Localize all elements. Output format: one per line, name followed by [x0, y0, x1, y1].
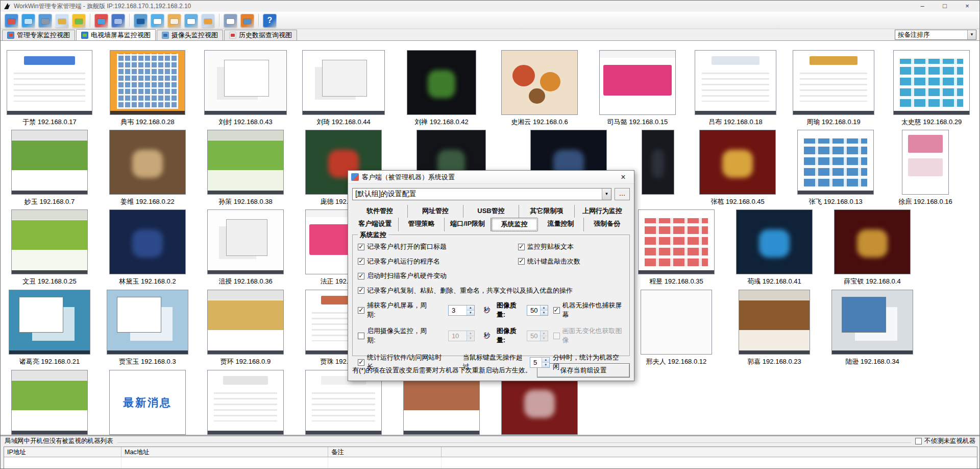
sort-order-dropdown[interactable]: 按备注排序 ▼: [895, 30, 976, 40]
machine-thumbnail[interactable]: [797, 130, 874, 195]
dialog-tab[interactable]: 管理策略: [399, 218, 445, 231]
table-header-mac[interactable]: Mac地址: [121, 447, 328, 457]
machine-thumbnail[interactable]: [11, 209, 88, 274]
machine-thumbnail[interactable]: [107, 290, 188, 355]
machine-thumbnail[interactable]: [407, 50, 476, 115]
machine-thumbnail[interactable]: [831, 290, 913, 355]
spin-up-icon[interactable]: ▲: [542, 358, 549, 363]
browse-groups-button[interactable]: …: [615, 188, 630, 200]
machine-thumbnail[interactable]: [207, 370, 284, 435]
minimize-button[interactable]: –: [911, 1, 934, 12]
view-tab[interactable]: 历史数据查询视图: [224, 30, 297, 40]
machine-thumbnail[interactable]: [7, 50, 92, 115]
close-button[interactable]: ×: [956, 1, 978, 12]
spin-down-icon[interactable]: ▼: [541, 311, 548, 315]
user-report-icon[interactable]: [240, 14, 254, 28]
dialog-tab[interactable]: 其它限制项: [519, 205, 575, 218]
spin-down-icon[interactable]: ▼: [542, 363, 549, 367]
machine-thumbnail[interactable]: [642, 130, 674, 195]
machine-thumbnail[interactable]: [207, 290, 284, 355]
machine-thumbnail[interactable]: [204, 50, 287, 115]
checkbox-box[interactable]: [358, 273, 364, 279]
dialog-tab[interactable]: 系统监控: [491, 218, 538, 231]
screen-wall-icon[interactable]: [134, 14, 148, 28]
dialog-tab[interactable]: USB管控: [463, 205, 519, 218]
spin-down-icon[interactable]: ▼: [467, 311, 474, 315]
view-tab[interactable]: 电视墙屏幕监控视图: [76, 29, 156, 40]
screen-capture-checkbox[interactable]: 捕获客户机屏幕，周期:: [358, 301, 431, 319]
monitor-option-checkbox[interactable]: 监控剪贴板文本: [518, 242, 574, 251]
view-tab[interactable]: 管理专家监控视图: [2, 30, 75, 40]
machine-thumbnail[interactable]: [902, 130, 949, 195]
checkbox-box[interactable]: [358, 307, 364, 314]
checkbox-box[interactable]: [358, 287, 364, 294]
idle-capture-checkbox[interactable]: 机器无操作也捕获屏幕: [553, 301, 624, 319]
dialog-close-icon[interactable]: ×: [616, 173, 631, 182]
spin-up-icon[interactable]: ▲: [541, 306, 548, 311]
checkbox-box[interactable]: [358, 359, 364, 366]
no-detect-checkbox[interactable]: 不侦测未监视机器: [915, 437, 975, 445]
chevron-down-icon[interactable]: ▼: [602, 189, 611, 200]
machine-thumbnail[interactable]: [110, 50, 185, 115]
group-config-combobox[interactable]: [默认组]的设置配置 ▼: [352, 188, 611, 200]
message-icon[interactable]: [151, 14, 164, 28]
checkbox-box[interactable]: [553, 307, 560, 314]
copy-icon[interactable]: [184, 14, 198, 28]
desktops-icon[interactable]: [5, 14, 18, 28]
view-tab[interactable]: 摄像头监控视图: [157, 30, 223, 40]
mail-icon[interactable]: [55, 14, 69, 28]
machine-thumbnail[interactable]: [834, 209, 911, 274]
dialog-tab[interactable]: 客户端设置: [352, 218, 399, 231]
remote-config-icon[interactable]: [38, 14, 52, 28]
chevron-down-icon[interactable]: ▼: [967, 30, 976, 39]
monitor-option-checkbox[interactable]: 启动时扫描客户机硬件变动: [358, 271, 447, 280]
machine-thumbnail[interactable]: [793, 50, 874, 115]
terminal-log-icon[interactable]: [224, 14, 237, 28]
machine-thumbnail[interactable]: [641, 290, 712, 355]
machine-thumbnail[interactable]: [739, 290, 810, 355]
machine-thumbnail[interactable]: [302, 50, 385, 115]
machine-thumbnail[interactable]: [695, 50, 776, 115]
machine-thumbnail[interactable]: [11, 370, 88, 435]
camera-monitor-checkbox[interactable]: 启用摄像头监控，周期:: [358, 326, 431, 345]
checkbox-box[interactable]: [518, 244, 525, 250]
record-disc-icon[interactable]: [201, 14, 215, 28]
machine-thumbnail[interactable]: [11, 130, 88, 195]
apps-icon[interactable]: [94, 14, 108, 28]
machine-thumbnail[interactable]: [207, 209, 284, 274]
machine-thumbnail[interactable]: [893, 50, 970, 115]
maximize-button[interactable]: □: [934, 1, 956, 12]
machine-thumbnail[interactable]: [699, 130, 776, 195]
monitor-option-checkbox[interactable]: 统计键盘敲击次数: [518, 257, 580, 266]
machine-thumbnail[interactable]: [736, 209, 813, 274]
users-icon[interactable]: [72, 14, 86, 28]
machine-thumbnail[interactable]: [109, 130, 186, 195]
machine-thumbnail[interactable]: [599, 50, 676, 115]
checkbox-box[interactable]: [358, 258, 364, 265]
machine-thumbnail[interactable]: [109, 209, 186, 274]
monitor-option-checkbox[interactable]: 记录客户机打开的窗口标题: [358, 242, 447, 251]
table-header-note[interactable]: 备注: [328, 447, 442, 457]
checkbox-box[interactable]: [358, 333, 364, 339]
spin-up-icon[interactable]: ▲: [467, 306, 474, 311]
dialog-tab[interactable]: 强制备份: [584, 218, 630, 231]
checkbox-box[interactable]: [518, 258, 525, 265]
dialog-tab[interactable]: 上网行为监控: [575, 205, 630, 218]
policy-key-icon[interactable]: [111, 14, 125, 28]
dialog-tab[interactable]: 软件管控: [352, 205, 408, 218]
capture-interval-spinner[interactable]: 3 ▲▼: [448, 305, 475, 316]
log-search-icon[interactable]: [167, 14, 181, 28]
dialog-tab[interactable]: 端口/IP限制: [445, 218, 491, 231]
machine-thumbnail[interactable]: [9, 290, 90, 355]
capture-quality-spinner[interactable]: 50 ▲▼: [527, 305, 548, 316]
usage-stats-checkbox[interactable]: 统计运行软件/访问网站时长: [358, 353, 447, 371]
machine-thumbnail[interactable]: [501, 50, 578, 115]
machine-thumbnail[interactable]: 最新消息: [109, 370, 186, 435]
checkbox-box[interactable]: [358, 244, 364, 250]
network-icon[interactable]: [21, 14, 35, 28]
checkbox-box[interactable]: [915, 438, 922, 444]
machine-thumbnail[interactable]: [207, 130, 284, 195]
dialog-tab[interactable]: 网址管控: [408, 205, 463, 218]
monitor-option-checkbox[interactable]: 记录客户机复制、粘贴、删除、重命名，共享文件以及插入优盘的操作: [358, 286, 573, 295]
machine-thumbnail[interactable]: [638, 209, 715, 274]
